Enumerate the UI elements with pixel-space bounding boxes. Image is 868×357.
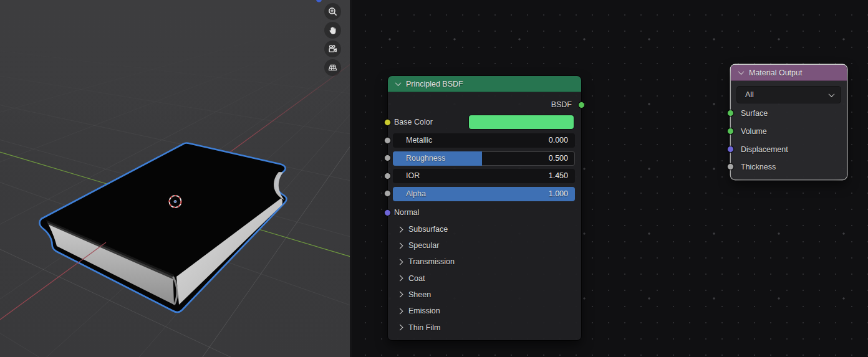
hand-icon: [327, 25, 338, 36]
surface-label: Surface: [741, 107, 768, 120]
expand-chevron-icon: [397, 275, 403, 282]
slider-value: 1.000: [549, 187, 568, 201]
panel-label: Subsurface: [408, 225, 448, 234]
node-material-output[interactable]: Material Output All Surface Volume Displ…: [731, 65, 847, 179]
socket-thickness[interactable]: [727, 163, 734, 170]
grid-icon: [327, 62, 338, 73]
base-color-label: Base Color: [394, 115, 433, 129]
expand-chevron-icon: [397, 259, 403, 265]
zoom-button[interactable]: [324, 3, 341, 20]
shader-editor[interactable]: Principled BSDF BSDF Base Color Metallic…: [352, 0, 868, 357]
panel-label: Sheen: [408, 290, 431, 299]
camera-view-button[interactable]: [324, 40, 341, 57]
panel-coat[interactable]: Coat: [388, 272, 581, 285]
expand-chevron-icon: [397, 226, 403, 232]
volume-label: Volume: [741, 125, 767, 138]
panel-emission[interactable]: Emission: [388, 304, 581, 318]
node-material-output-header[interactable]: Material Output: [731, 65, 847, 81]
zoom-icon: [327, 6, 338, 17]
slider-metallic[interactable]: Metallic 0.000: [393, 133, 575, 148]
panel-label: Coat: [408, 274, 425, 283]
collapse-chevron-icon: [738, 69, 745, 75]
grid-perspective-button[interactable]: [324, 59, 341, 76]
slider-value: 0.500: [549, 151, 568, 166]
socket-roughness[interactable]: [384, 155, 391, 161]
slider-label: Metallic: [406, 133, 432, 148]
output-bsdf-label: BSDF: [551, 97, 572, 112]
node-principled-bsdf[interactable]: Principled BSDF BSDF Base Color Metallic…: [388, 76, 581, 340]
socket-metallic[interactable]: [384, 137, 391, 144]
dropdown-chevron-icon: [829, 91, 835, 97]
panel-label: Emission: [408, 307, 440, 315]
panel-label: Transmission: [408, 257, 455, 266]
socket-normal[interactable]: [384, 209, 391, 216]
slider-value: 0.000: [549, 133, 568, 148]
slider-value: 1.450: [549, 169, 568, 183]
socket-ior[interactable]: [384, 173, 391, 179]
slider-label: Alpha: [406, 187, 426, 201]
slider-ior[interactable]: IOR 1.450: [393, 169, 575, 183]
camera-icon: [327, 44, 338, 54]
thickness-label: Thickness: [741, 160, 776, 174]
horizon-fade: [0, 0, 350, 146]
slider-label: Roughness: [406, 151, 445, 166]
panel-specular[interactable]: Specular: [388, 239, 581, 252]
panel-label: Thin Film: [408, 323, 440, 332]
panel-label: Specular: [408, 241, 439, 250]
expand-chevron-icon: [397, 242, 403, 249]
book-object[interactable]: [40, 143, 287, 312]
node-title: Principled BSDF: [406, 80, 463, 88]
slider-label: IOR: [406, 169, 420, 183]
panel-subsurface[interactable]: Subsurface: [388, 222, 581, 236]
socket-alpha[interactable]: [384, 190, 391, 197]
slider-roughness[interactable]: Roughness 0.500: [393, 151, 575, 166]
3d-viewport[interactable]: [0, 0, 350, 357]
expand-chevron-icon: [397, 292, 403, 298]
output-target-dropdown[interactable]: All: [737, 87, 841, 103]
node-principled-bsdf-header[interactable]: Principled BSDF: [388, 76, 581, 92]
normal-label: Normal: [394, 206, 419, 219]
slider-alpha[interactable]: Alpha 1.000: [393, 187, 575, 201]
panel-transmission[interactable]: Transmission: [388, 255, 581, 269]
node-title: Material Output: [749, 69, 802, 77]
socket-volume[interactable]: [727, 128, 734, 135]
collapse-chevron-icon: [395, 80, 402, 86]
base-color-swatch[interactable]: [469, 115, 574, 129]
socket-base-color[interactable]: [384, 119, 391, 126]
socket-surface[interactable]: [727, 110, 734, 117]
axis-x-front-segment: [0, 242, 106, 320]
socket-output-bsdf[interactable]: [578, 102, 585, 108]
pan-button[interactable]: [324, 22, 341, 39]
output-target-value: All: [745, 90, 754, 99]
displacement-label: Displacement: [741, 143, 788, 156]
panel-sheen[interactable]: Sheen: [388, 288, 581, 302]
expand-chevron-icon: [397, 308, 403, 314]
expand-chevron-icon: [397, 325, 403, 331]
socket-displacement[interactable]: [727, 146, 734, 153]
panel-thin-film[interactable]: Thin Film: [388, 321, 581, 335]
